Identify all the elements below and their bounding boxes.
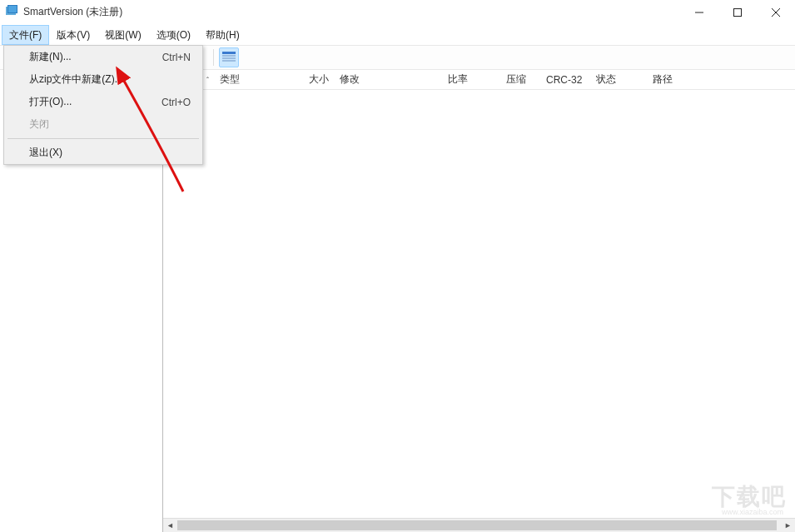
column-compress[interactable]: 压缩 <box>501 70 541 89</box>
svg-rect-10 <box>222 60 236 62</box>
menubar: 文件(F) 版本(V) 视图(W) 选项(O) 帮助(H) <box>0 25 795 45</box>
sort-asc-icon: ˆ <box>206 76 209 84</box>
column-size[interactable]: 大小 <box>301 70 335 89</box>
file-menu-dropdown: 新建(N)... Ctrl+N 从zip文件中新建(Z)... 打开(O)...… <box>3 45 203 165</box>
menu-item-open-label: 打开(O)... <box>29 95 72 109</box>
column-modified[interactable]: 修改 <box>335 70 443 89</box>
scroll-right-button[interactable]: ► <box>781 519 795 532</box>
menu-version[interactable]: 版本(V) <box>49 25 97 45</box>
menu-item-new-from-zip-label: 从zip文件中新建(Z)... <box>29 72 123 87</box>
scroll-left-button[interactable]: ◄ <box>163 519 177 532</box>
window-controls <box>680 0 795 24</box>
menu-item-new-shortcut: Ctrl+N <box>162 52 191 63</box>
app-icon <box>5 4 18 21</box>
menu-item-close: 关闭 <box>4 113 202 136</box>
menu-options[interactable]: 选项(O) <box>149 25 198 45</box>
close-button[interactable] <box>757 0 795 25</box>
menu-item-new-label: 新建(N)... <box>29 50 72 64</box>
window-title: SmartVersion (未注册) <box>23 5 122 19</box>
column-header: ˆ 类型 大小 修改 比率 压缩 CRC-32 状态 路径 <box>163 70 795 90</box>
list-panel: ˆ 类型 大小 修改 比率 压缩 CRC-32 状态 路径 下载吧 www.xi… <box>163 70 795 532</box>
scroll-thumb[interactable] <box>177 520 777 530</box>
column-type[interactable]: 类型 <box>215 70 301 89</box>
minimize-button[interactable] <box>680 0 718 25</box>
menu-separator <box>7 138 199 139</box>
menu-help[interactable]: 帮助(H) <box>198 25 247 45</box>
horizontal-scrollbar[interactable]: ◄ ► <box>163 518 795 532</box>
maximize-button[interactable] <box>718 0 757 25</box>
menu-item-open-shortcut: Ctrl+O <box>161 97 191 108</box>
svg-rect-9 <box>222 57 236 59</box>
toolbar-details-view-button[interactable] <box>219 47 239 67</box>
column-path[interactable]: 路径 <box>648 70 795 89</box>
column-crc32[interactable]: CRC-32 <box>541 70 591 89</box>
svg-rect-8 <box>222 55 236 57</box>
titlebar: SmartVersion (未注册) <box>0 0 795 25</box>
watermark-text: 下载吧 <box>712 481 787 513</box>
toolbar-separator <box>213 49 214 66</box>
column-ratio[interactable]: 比率 <box>443 70 501 89</box>
watermark-url: www.xiazaiba.com <box>722 508 783 516</box>
titlebar-left: SmartVersion (未注册) <box>5 4 122 21</box>
menu-item-open[interactable]: 打开(O)... Ctrl+O <box>4 91 202 113</box>
menu-item-new-from-zip[interactable]: 从zip文件中新建(Z)... <box>4 68 202 91</box>
svg-rect-2 <box>8 6 17 12</box>
menu-view[interactable]: 视图(W) <box>97 25 148 45</box>
svg-rect-7 <box>222 52 236 54</box>
menu-item-close-label: 关闭 <box>29 117 49 132</box>
menu-item-new[interactable]: 新建(N)... Ctrl+N <box>4 46 202 68</box>
list-body[interactable]: 下载吧 www.xiazaiba.com <box>163 90 795 518</box>
menu-file[interactable]: 文件(F) <box>2 25 49 45</box>
svg-rect-4 <box>734 9 742 17</box>
column-status[interactable]: 状态 <box>591 70 648 89</box>
menu-item-exit[interactable]: 退出(X) <box>4 142 202 164</box>
menu-item-exit-label: 退出(X) <box>29 146 62 160</box>
scroll-track[interactable] <box>177 519 781 532</box>
